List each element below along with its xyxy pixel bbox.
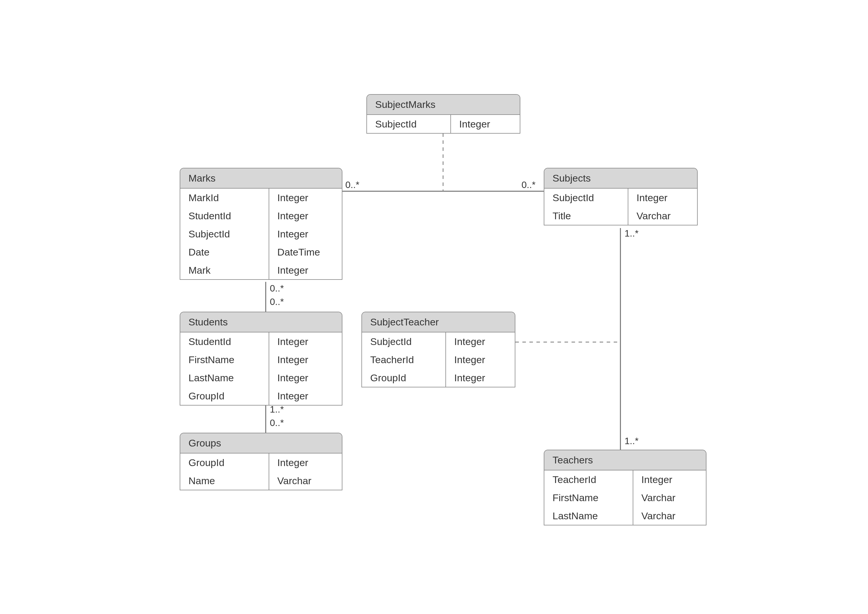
multiplicity-label: 1..*: [625, 228, 639, 239]
entity-subjects: Subjects SubjectId Integer Title Varchar: [544, 168, 698, 225]
entity-subjectteacher: SubjectTeacher SubjectId Integer Teacher…: [361, 312, 515, 388]
attr-name: FirstName: [544, 488, 633, 507]
attr-name: TeacherId: [544, 470, 633, 488]
table-row: GroupId Integer: [180, 387, 342, 405]
attr-name: SubjectId: [180, 225, 269, 243]
table-row: TeacherId Integer: [544, 470, 706, 488]
attr-type: Integer: [269, 453, 342, 471]
table-row: Title Varchar: [544, 207, 697, 225]
attr-type: Varchar: [633, 488, 706, 507]
attr-name: GroupId: [180, 453, 269, 471]
attr-name: StudentId: [180, 332, 269, 350]
attr-type: Integer: [446, 332, 515, 350]
entity-subjectmarks: SubjectMarks SubjectId Integer: [366, 94, 520, 133]
attr-type: Integer: [446, 350, 515, 369]
attr-name: FirstName: [180, 350, 269, 369]
entity-title: SubjectMarks: [367, 95, 520, 115]
table-row: Date DateTime: [180, 243, 342, 261]
attr-name: StudentId: [180, 207, 269, 225]
table-row: Name Varchar: [180, 471, 342, 490]
attr-type: DateTime: [269, 243, 342, 261]
table-row: FirstName Integer: [180, 350, 342, 369]
attr-type: Integer: [269, 332, 342, 350]
multiplicity-label: 1..*: [625, 436, 639, 447]
entity-title: Marks: [180, 168, 342, 189]
table-row: StudentId Integer: [180, 207, 342, 225]
table-row: FirstName Varchar: [544, 488, 706, 507]
entity-marks: Marks MarkId Integer StudentId Integer S…: [180, 168, 342, 280]
multiplicity-label: 0..*: [521, 180, 535, 190]
multiplicity-label: 0..*: [345, 180, 359, 190]
entity-title: Groups: [180, 433, 342, 453]
attr-name: SubjectId: [367, 115, 451, 133]
table-row: MarkId Integer: [180, 189, 342, 207]
attr-type: Integer: [628, 189, 697, 207]
table-row: SubjectId Integer: [544, 189, 697, 207]
attr-type: Integer: [446, 369, 515, 387]
entity-title: Subjects: [544, 168, 697, 189]
entity-groups: Groups GroupId Integer Name Varchar: [180, 433, 342, 490]
multiplicity-label: 0..*: [270, 417, 284, 428]
attr-name: Date: [180, 243, 269, 261]
attr-type: Integer: [451, 115, 520, 133]
attr-name: SubjectId: [544, 189, 628, 207]
table-row: Mark Integer: [180, 261, 342, 279]
attr-type: Varchar: [269, 471, 342, 490]
attr-type: Integer: [269, 350, 342, 369]
entity-title: Students: [180, 312, 342, 332]
table-row: GroupId Integer: [362, 369, 515, 387]
attr-name: Name: [180, 471, 269, 490]
entity-students: Students StudentId Integer FirstName Int…: [180, 312, 342, 406]
table-row: SubjectId Integer: [180, 225, 342, 243]
multiplicity-label: 0..*: [270, 296, 284, 307]
entity-title: SubjectTeacher: [362, 312, 515, 332]
attr-type: Integer: [269, 225, 342, 243]
attr-name: GroupId: [362, 369, 446, 387]
table-row: SubjectId Integer: [367, 115, 520, 133]
attr-type: Varchar: [628, 207, 697, 225]
entity-title: Teachers: [544, 450, 706, 470]
table-row: GroupId Integer: [180, 453, 342, 471]
attr-name: TeacherId: [362, 350, 446, 369]
table-row: LastName Varchar: [544, 507, 706, 525]
attr-name: LastName: [544, 507, 633, 525]
attr-type: Integer: [269, 189, 342, 207]
attr-name: SubjectId: [362, 332, 446, 350]
table-row: SubjectId Integer: [362, 332, 515, 350]
attr-type: Integer: [269, 387, 342, 405]
table-row: TeacherId Integer: [362, 350, 515, 369]
connectors-layer: [0, 0, 868, 614]
attr-type: Integer: [269, 207, 342, 225]
attr-type: Varchar: [633, 507, 706, 525]
attr-name: Mark: [180, 261, 269, 279]
attr-name: LastName: [180, 369, 269, 387]
attr-name: MarkId: [180, 189, 269, 207]
multiplicity-label: 0..*: [270, 283, 284, 294]
attr-type: Integer: [269, 369, 342, 387]
table-row: StudentId Integer: [180, 332, 342, 350]
attr-type: Integer: [269, 261, 342, 279]
er-diagram-canvas: SubjectMarks SubjectId Integer Marks Mar…: [0, 0, 868, 614]
multiplicity-label: 1..*: [270, 404, 284, 415]
attr-name: GroupId: [180, 387, 269, 405]
entity-teachers: Teachers TeacherId Integer FirstName Var…: [544, 450, 706, 526]
table-row: LastName Integer: [180, 369, 342, 387]
attr-name: Title: [544, 207, 628, 225]
attr-type: Integer: [633, 470, 706, 488]
